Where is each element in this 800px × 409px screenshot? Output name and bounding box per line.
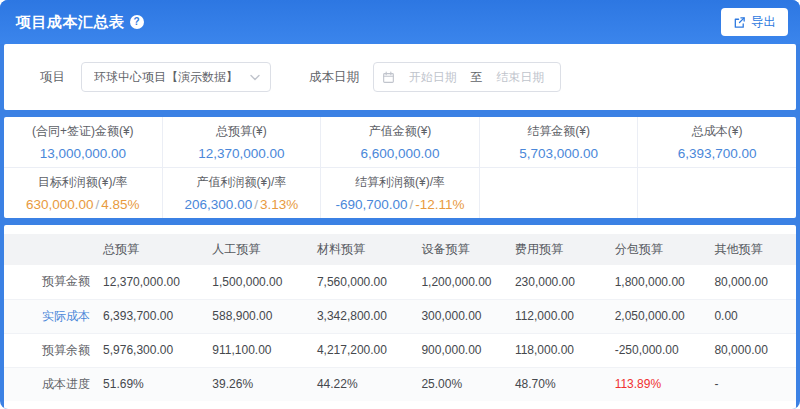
card-value: -690,700.00/-12.11%: [335, 197, 464, 212]
cell: 112,000.00: [507, 299, 607, 333]
table-header-row: 总预算 人工预算 材料预算 设备预算 费用预算 分包预算 其他预算: [4, 234, 796, 265]
cell: 230,000.00: [507, 265, 607, 299]
summary-row-profits: 目标利润额(¥)/率 630,000.00/4.85% 产值利润额(¥)/率 2…: [4, 168, 796, 218]
card-value: 630,000.00/4.85%: [26, 197, 140, 212]
column-header-subcontract-budget: 分包预算: [607, 234, 707, 265]
row-label: 预算余额: [4, 333, 95, 367]
section-gap: [0, 218, 800, 225]
cell: 51.69%: [95, 367, 204, 401]
card-label: 产值金额(¥): [369, 123, 432, 140]
card-total-budget: 总预算(¥) 12,370,000.00: [163, 117, 322, 167]
card-value: 6,393,700.00: [678, 146, 757, 161]
cell: 7,560,000.00: [309, 265, 414, 299]
card-settlement-profit: 结算利润额(¥)/率 -690,700.00/-12.11%: [321, 168, 480, 218]
cell: 25.00%: [413, 367, 506, 401]
cell: 1,200,000.00: [413, 265, 506, 299]
export-button-label: 导出: [751, 14, 776, 31]
export-icon: [733, 16, 746, 29]
card-label: 产值利润额(¥)/率: [196, 174, 286, 191]
project-filter-label: 项目: [40, 69, 65, 86]
table-row-budget-amount: 预算金额 12,370,000.00 1,500,000.00 7,560,00…: [4, 265, 796, 299]
card-empty: [638, 168, 796, 218]
column-header-material-budget: 材料预算: [309, 234, 414, 265]
table-row-actual-cost: 实际成本 6,393,700.00 588,900.00 3,342,800.0…: [4, 299, 796, 333]
filter-bar: 项目 环球中心项目【演示数据】 成本日期 开始日期 至 结束日期: [4, 44, 796, 110]
card-empty: [480, 168, 639, 218]
row-label-actual-cost-link[interactable]: 实际成本: [4, 299, 95, 333]
page-title: 项目成本汇总表: [16, 13, 125, 32]
card-value: 12,370,000.00: [198, 146, 284, 161]
cell: 588,900.00: [204, 299, 309, 333]
table-row-budget-balance: 预算余额 5,976,300.00 911,100.00 4,217,200.0…: [4, 333, 796, 367]
column-header: [4, 234, 95, 265]
project-select[interactable]: 环球中心项目【演示数据】: [81, 62, 271, 92]
column-header-equipment-budget: 设备预算: [413, 234, 506, 265]
column-header-total-budget: 总预算: [95, 234, 204, 265]
cell: 911,100.00: [204, 333, 309, 367]
cell: -250,000.00: [607, 333, 707, 367]
cost-date-range-input[interactable]: 开始日期 至 结束日期: [373, 62, 561, 92]
cost-date-label: 成本日期: [309, 69, 359, 86]
chevron-down-icon: [250, 74, 260, 81]
card-output-amount: 产值金额(¥) 6,600,000.00: [321, 117, 480, 167]
card-label: 总预算(¥): [216, 123, 267, 140]
summary-cards: (合同+签证)金额(¥) 13,000,000.00 总预算(¥) 12,370…: [4, 117, 796, 218]
card-value: 6,600,000.00: [361, 146, 440, 161]
column-header-labor-budget: 人工预算: [204, 234, 309, 265]
column-header-expense-budget: 费用预算: [507, 234, 607, 265]
cell: 48.70%: [507, 367, 607, 401]
cell: 80,000.00: [706, 333, 796, 367]
card-label: (合同+签证)金额(¥): [32, 123, 134, 140]
cell: 4,217,200.00: [309, 333, 414, 367]
cell: 3,342,800.00: [309, 299, 414, 333]
cell-over-budget: 113.89%: [607, 367, 707, 401]
card-label: 总成本(¥): [692, 123, 743, 140]
row-label: 预算金额: [4, 265, 95, 299]
card-output-profit: 产值利润额(¥)/率 206,300.00/3.13%: [163, 168, 322, 218]
help-icon[interactable]: ?: [130, 15, 144, 29]
cell: 6,393,700.00: [95, 299, 204, 333]
cell: 2,050,000.00: [607, 299, 707, 333]
cell: 1,800,000.00: [607, 265, 707, 299]
cell: -: [706, 367, 796, 401]
start-date-placeholder[interactable]: 开始日期: [401, 69, 465, 86]
calendar-icon: [382, 71, 395, 84]
card-label: 结算金额(¥): [527, 123, 590, 140]
section-gap: [0, 110, 800, 117]
project-cost-summary-window: 项目成本汇总表 ? 导出 项目 环球中心项目【演示数据】 成本: [0, 0, 800, 409]
titlebar: 项目成本汇总表 ? 导出: [0, 0, 800, 44]
cell: 5,976,300.00: [95, 333, 204, 367]
cell: 300,000.00: [413, 299, 506, 333]
date-range-separator: 至: [471, 69, 483, 86]
cell: 900,000.00: [413, 333, 506, 367]
cell: 0.00: [706, 299, 796, 333]
cell: 44.22%: [309, 367, 414, 401]
cell: 39.26%: [204, 367, 309, 401]
budget-table-panel: 总预算 人工预算 材料预算 设备预算 费用预算 分包预算 其他预算 预算金额 1…: [4, 225, 796, 409]
card-value: 13,000,000.00: [40, 146, 126, 161]
card-value: 206,300.00/3.13%: [185, 197, 299, 212]
table-row-cost-progress: 成本进度 51.69% 39.26% 44.22% 25.00% 48.70% …: [4, 367, 796, 401]
card-total-cost: 总成本(¥) 6,393,700.00: [638, 117, 796, 167]
card-contract-amount: (合同+签证)金额(¥) 13,000,000.00: [4, 117, 163, 167]
end-date-placeholder[interactable]: 结束日期: [489, 69, 553, 86]
row-label: 成本进度: [4, 367, 95, 401]
column-header-other-budget: 其他预算: [706, 234, 796, 265]
cell: 118,000.00: [507, 333, 607, 367]
budget-table: 总预算 人工预算 材料预算 设备预算 费用预算 分包预算 其他预算 预算金额 1…: [4, 234, 796, 401]
card-label: 结算利润额(¥)/率: [355, 174, 445, 191]
cell: 12,370,000.00: [95, 265, 204, 299]
card-settlement-amount: 结算金额(¥) 5,703,000.00: [480, 117, 639, 167]
card-target-profit: 目标利润额(¥)/率 630,000.00/4.85%: [4, 168, 163, 218]
export-button[interactable]: 导出: [721, 8, 788, 36]
card-label: 目标利润额(¥)/率: [38, 174, 128, 191]
cell: 80,000.00: [706, 265, 796, 299]
project-select-value: 环球中心项目【演示数据】: [94, 69, 238, 86]
cell: 1,500,000.00: [204, 265, 309, 299]
card-value: 5,703,000.00: [519, 146, 598, 161]
summary-row-amounts: (合同+签证)金额(¥) 13,000,000.00 总预算(¥) 12,370…: [4, 117, 796, 168]
